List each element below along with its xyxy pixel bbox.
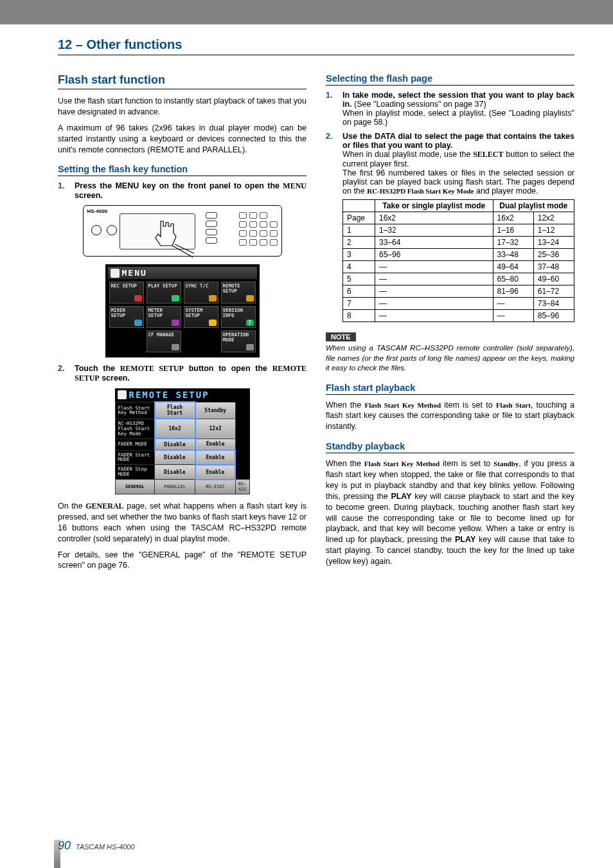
- table-row: 8——85–96: [343, 310, 574, 322]
- table-header: Dual playlist mode: [493, 200, 574, 212]
- device-buttons: [239, 212, 278, 246]
- flash-page-table: Take or single playlist mode Dual playli…: [342, 199, 574, 322]
- menu-cell: VERSION INFO?: [221, 306, 256, 328]
- remote-setup-screenshot: REMOTE SETUP Flash Start Key MethodFlash…: [115, 388, 250, 494]
- table-row: 6—81–9661–72: [343, 285, 574, 298]
- menu-cell: MIXER SETUP: [109, 306, 144, 328]
- key-name: PLAY: [455, 535, 475, 544]
- step-item: 2. Touch the REMOTE SETUP button to open…: [58, 364, 306, 383]
- remote-row: FADER MODEDisableEnable: [115, 439, 249, 450]
- table-header: Take or single playlist mode: [375, 200, 493, 212]
- ui-term: Flash Start: [496, 401, 531, 409]
- table-header: [343, 200, 375, 212]
- table-row: 365–9633–4825–36: [343, 249, 574, 261]
- key-name: PLAY: [391, 492, 411, 501]
- step-text: Touch the: [75, 364, 120, 373]
- knob-icon: [107, 225, 117, 235]
- menu-cell: SYSTEM SETUP: [184, 306, 218, 328]
- subsection-heading: Standby playback: [326, 441, 574, 453]
- step-text: Press the MENU key on the front panel to…: [75, 181, 283, 190]
- note-text: When using a TASCAM RC–HS32PD remote con…: [326, 343, 574, 374]
- subsection-heading: Setting the flash key function: [58, 164, 306, 176]
- step-text: screen.: [75, 191, 103, 200]
- step-text: When in dual playlist mode, use the: [342, 150, 473, 159]
- step-number: 2.: [58, 364, 68, 383]
- step-text: button to open the: [184, 364, 272, 373]
- subsection-heading: Selecting the flash page: [326, 73, 574, 86]
- ui-term: REMOTE SETUP: [120, 364, 184, 373]
- paragraph: For details, see the "GENERAL page" of t…: [58, 550, 306, 572]
- menu-cell: OPERATION MODE: [221, 330, 256, 352]
- device-model-label: HS-4000: [87, 208, 108, 214]
- device-controls: [206, 212, 217, 244]
- step-text: Use the DATA dial to select the page tha…: [342, 132, 574, 150]
- section-heading: Flash start function: [58, 73, 306, 89]
- table-row: 233–6417–3213–24: [343, 237, 574, 249]
- remote-tabs: GENERAL PARALLEL RS-232C RS-422: [115, 480, 249, 494]
- step-item: 1. In take mode, select the session that…: [326, 91, 574, 127]
- menu-cell: REC SETUP: [109, 282, 144, 303]
- remote-row: FADER Start MODEDisableEnable: [115, 450, 249, 465]
- step-number: 1.: [326, 91, 336, 127]
- page-footer: 90 TASCAM HS-4000: [58, 839, 135, 853]
- left-column: Flash start function Use the flash start…: [58, 73, 306, 576]
- step-number: 2.: [326, 132, 336, 325]
- top-bar: [0, 0, 613, 24]
- product-name: TASCAM HS-4000: [76, 843, 135, 851]
- menu-cell: CF MANAGE: [147, 330, 181, 352]
- chapter-title: 12 – Other functions: [58, 37, 574, 55]
- menu-cell: REMOTE SETUP: [221, 282, 256, 303]
- ui-term: Flash Start Key Method: [364, 401, 441, 409]
- ui-term: Standby: [493, 460, 519, 467]
- paragraph: When the Flash Start Key Method item is …: [326, 400, 574, 433]
- step-text: screen.: [100, 374, 130, 383]
- remote-row: FADER Stop MODEDisableEnable: [115, 465, 249, 480]
- ui-term: SELECT: [473, 150, 503, 159]
- remote-row: RC-HS32PD Flash Start Key Mode16x212x2: [115, 419, 249, 439]
- ui-term: Flash Start Key Method: [364, 460, 440, 467]
- subsection-heading: Flash start playback: [326, 383, 574, 395]
- remote-row: Flash Start Key MethodFlash StartStandby: [115, 402, 249, 419]
- paragraph: Use the flash start function to instantl…: [58, 96, 306, 118]
- ui-term: GENERAL: [85, 502, 123, 511]
- table-row: 11–321–161–12: [343, 224, 574, 237]
- ui-term: RC-HS32PD Flash Start Key Mode: [367, 187, 474, 195]
- note-badge: NOTE: [326, 332, 356, 341]
- hand-pointer-icon: [148, 220, 199, 258]
- menu-screen-title: MENU: [108, 267, 257, 279]
- device-illustration: HS-4000: [83, 205, 282, 257]
- ui-term: MENU: [283, 181, 306, 190]
- step-text: and player mode.: [474, 186, 538, 195]
- menu-screenshot: MENU REC SETUP PLAY SETUP SYNC T/C REMOT…: [105, 264, 260, 357]
- table-row: 7——73–84: [343, 298, 574, 310]
- remote-screen-title: REMOTE SETUP: [115, 388, 250, 401]
- table-row: 4—49–6437–48: [343, 261, 574, 273]
- paragraph: On the GENERAL page, set what happens wh…: [58, 501, 306, 545]
- step-number: 1.: [58, 181, 68, 200]
- menu-cell: PLAY SETUP: [147, 282, 181, 303]
- table-row: 5—65–8049–60: [343, 273, 574, 285]
- step-item: 2. Use the DATA dial to select the page …: [326, 132, 574, 325]
- right-column: Selecting the flash page 1. In take mode…: [326, 73, 574, 576]
- table-row: Page16x216x212x2: [343, 212, 574, 224]
- paragraph: When the Flash Start Key Method item is …: [326, 458, 574, 567]
- menu-cell: SYNC T/C: [184, 282, 218, 303]
- menu-cell: METER SETUP: [147, 306, 181, 328]
- step-text: (See "Loading sessions" on page 37): [352, 100, 486, 109]
- page-number: 90: [58, 839, 71, 853]
- paragraph: A maximum of 96 takes (2x96 takes in dua…: [58, 123, 306, 156]
- knob-icon: [91, 225, 102, 235]
- step-item: 1. Press the MENU key on the front panel…: [58, 181, 306, 200]
- page-content: 12 – Other functions Flash start functio…: [0, 24, 613, 576]
- step-text: When in playlist mode, select a playlist…: [342, 109, 574, 127]
